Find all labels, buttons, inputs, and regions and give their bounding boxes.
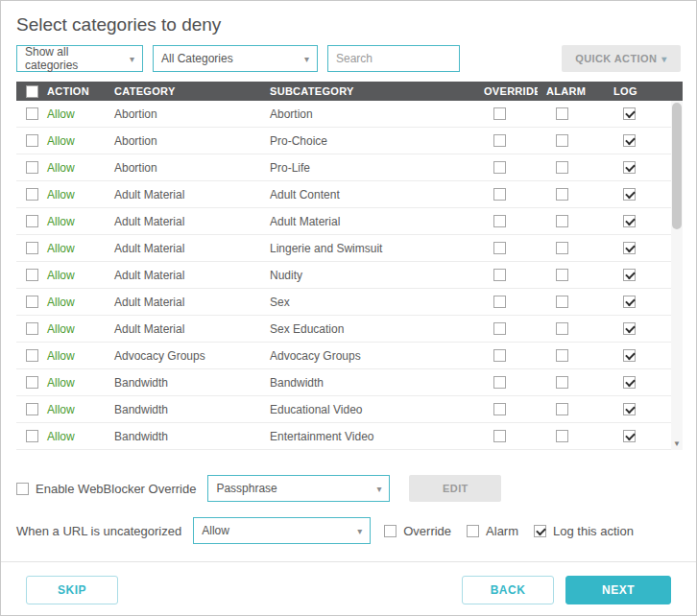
action-label: Allow xyxy=(47,296,114,309)
row-select-checkbox[interactable] xyxy=(26,269,38,281)
log-checkbox[interactable] xyxy=(623,107,636,120)
row-select-checkbox[interactable] xyxy=(26,188,38,201)
select-all-checkbox[interactable] xyxy=(26,85,38,98)
override-cell xyxy=(484,403,546,415)
enable-override-label: Enable WebBlocker Override xyxy=(36,482,196,496)
override-method-value: Passphrase xyxy=(216,482,276,495)
log-cell xyxy=(613,134,661,147)
alarm-checkbox[interactable] xyxy=(556,322,568,335)
action-label: Allow xyxy=(47,134,114,148)
uncategorized-alarm-checkbox[interactable] xyxy=(467,525,479,537)
override-method-dropdown[interactable]: Passphrase ▾ xyxy=(207,475,390,502)
override-checkbox[interactable] xyxy=(493,376,506,389)
override-checkbox[interactable] xyxy=(493,349,506,362)
back-button[interactable]: BACK xyxy=(462,576,554,604)
alarm-checkbox[interactable] xyxy=(556,376,568,389)
override-checkbox[interactable] xyxy=(493,403,506,415)
quick-action-button[interactable]: QUICK ACTION ▾ xyxy=(562,45,681,72)
log-checkbox[interactable] xyxy=(623,349,636,362)
log-checkbox[interactable] xyxy=(623,296,636,308)
log-checkbox[interactable] xyxy=(623,134,636,147)
row-select-cell xyxy=(16,322,47,335)
row-select-checkbox[interactable] xyxy=(26,161,38,174)
alarm-checkbox[interactable] xyxy=(556,188,568,201)
table-row: AllowAdult MaterialLingerie and Swimsuit xyxy=(16,235,683,262)
categories-table: ACTION CATEGORY SUBCATEGORY OVERRIDE ALA… xyxy=(16,82,683,450)
row-select-checkbox[interactable] xyxy=(26,349,38,362)
uncategorized-log-control[interactable]: Log this action xyxy=(534,524,634,538)
override-checkbox[interactable] xyxy=(493,242,506,254)
override-checkbox[interactable] xyxy=(493,161,506,174)
uncategorized-alarm-control[interactable]: Alarm xyxy=(467,524,518,538)
header-category: CATEGORY xyxy=(114,85,270,97)
edit-button[interactable]: EDIT xyxy=(409,475,501,502)
override-checkbox[interactable] xyxy=(493,215,506,227)
override-checkbox[interactable] xyxy=(493,430,506,442)
enable-override-checkbox[interactable] xyxy=(16,483,29,495)
search-input[interactable] xyxy=(327,45,460,72)
all-categories-dropdown[interactable]: All Categories ▾ xyxy=(153,45,318,72)
row-select-checkbox[interactable] xyxy=(26,296,38,308)
scroll-down-icon[interactable]: ▼ xyxy=(671,438,683,450)
log-checkbox[interactable] xyxy=(623,403,636,415)
row-select-checkbox[interactable] xyxy=(26,322,38,335)
table-row: AllowAdvocacy GroupsAdvocacy Groups xyxy=(16,343,683,369)
alarm-checkbox[interactable] xyxy=(556,242,568,254)
alarm-checkbox[interactable] xyxy=(556,161,568,174)
log-cell xyxy=(613,349,661,362)
log-checkbox[interactable] xyxy=(623,215,636,227)
log-checkbox[interactable] xyxy=(623,242,636,254)
row-select-checkbox[interactable] xyxy=(26,376,38,389)
override-checkbox[interactable] xyxy=(493,188,506,201)
skip-button[interactable]: SKIP xyxy=(26,576,118,604)
alarm-checkbox[interactable] xyxy=(556,269,568,281)
override-cell xyxy=(484,242,546,254)
action-label: Allow xyxy=(47,322,114,336)
alarm-checkbox[interactable] xyxy=(556,349,568,362)
row-select-checkbox[interactable] xyxy=(26,403,38,415)
alarm-checkbox[interactable] xyxy=(556,107,568,120)
category-label: Adult Material xyxy=(114,296,270,309)
enable-override-control[interactable]: Enable WebBlocker Override xyxy=(16,482,196,496)
log-checkbox[interactable] xyxy=(623,161,636,174)
row-select-cell xyxy=(16,107,47,120)
override-checkbox[interactable] xyxy=(493,322,506,335)
alarm-checkbox[interactable] xyxy=(556,134,568,147)
log-checkbox[interactable] xyxy=(623,188,636,201)
uncategorized-log-checkbox[interactable] xyxy=(534,525,546,537)
override-checkbox[interactable] xyxy=(493,296,506,308)
override-checkbox[interactable] xyxy=(493,134,506,147)
override-checkbox[interactable] xyxy=(493,107,506,120)
uncategorized-override-checkbox[interactable] xyxy=(384,525,397,537)
alarm-checkbox[interactable] xyxy=(556,430,568,442)
table-row: AllowAbortionPro-Choice xyxy=(16,128,683,154)
scrollbar-thumb[interactable] xyxy=(672,103,682,229)
alarm-checkbox[interactable] xyxy=(556,403,568,415)
uncategorized-override-control[interactable]: Override xyxy=(384,524,451,538)
row-select-checkbox[interactable] xyxy=(26,134,38,147)
next-button[interactable]: NEXT xyxy=(565,576,671,604)
log-checkbox[interactable] xyxy=(623,430,636,442)
row-select-checkbox[interactable] xyxy=(26,215,38,227)
log-checkbox[interactable] xyxy=(623,376,636,389)
quick-action-label: QUICK ACTION xyxy=(575,53,657,64)
alarm-checkbox[interactable] xyxy=(556,296,568,308)
subcategory-label: Pro-Life xyxy=(270,161,484,175)
uncategorized-action-dropdown[interactable]: Allow ▾ xyxy=(193,517,371,544)
alarm-cell xyxy=(546,188,613,201)
log-checkbox[interactable] xyxy=(623,322,636,335)
row-select-checkbox[interactable] xyxy=(26,430,38,442)
scrollbar[interactable]: ▼ xyxy=(671,101,683,450)
alarm-checkbox[interactable] xyxy=(556,215,568,227)
subcategory-label: Bandwidth xyxy=(270,376,484,390)
category-label: Adult Material xyxy=(114,269,270,282)
category-label: Bandwidth xyxy=(114,430,270,443)
override-checkbox[interactable] xyxy=(493,269,506,281)
log-checkbox[interactable] xyxy=(623,269,636,281)
row-select-checkbox[interactable] xyxy=(26,107,38,120)
show-categories-dropdown[interactable]: Show all categories ▾ xyxy=(16,45,143,72)
log-cell xyxy=(613,107,661,120)
chevron-down-icon: ▾ xyxy=(130,54,134,64)
override-cell xyxy=(484,349,546,362)
row-select-checkbox[interactable] xyxy=(26,242,38,254)
